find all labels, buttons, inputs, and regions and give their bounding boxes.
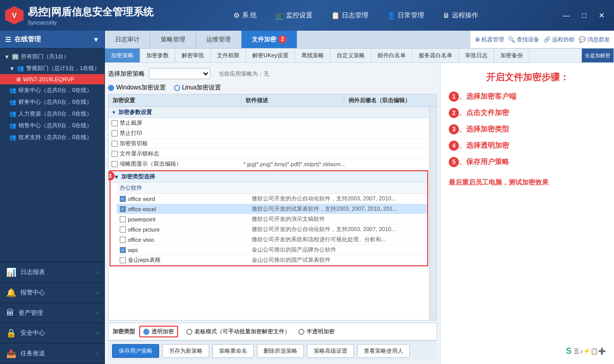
tree-finance-dept[interactable]: 👥 财务中心（总共0台，0在线） <box>0 96 104 108</box>
tab-log-audit[interactable]: 日志审计 <box>105 31 150 48</box>
instruction-step2: 2、点击文件加密 <box>449 108 606 118</box>
tree-police-dept[interactable]: ▼ 👥 警视部门（总计1台，1在线） <box>0 62 104 74</box>
nav-logs[interactable]: 📋 日志管理 <box>322 7 378 24</box>
rename-policy-btn[interactable]: 策略重命名 <box>212 344 254 358</box>
row-office-excel[interactable]: ✓ office excel 微软公司开发的试算表软件，支持2003, 2007… <box>117 204 427 214</box>
sidebar-expand[interactable]: ▼ <box>93 36 99 43</box>
office-sub-header: 办公软件 <box>117 183 427 194</box>
remote-assist-btn[interactable]: 🔗 远程协助 <box>543 36 575 43</box>
subtab-file-perms[interactable]: 文件权限 <box>211 49 246 62</box>
subtab-full-decrypt[interactable]: 全盘加解密 <box>582 49 614 62</box>
instruction-step4: 4、选择透明加密 <box>449 141 606 151</box>
subtab-encrypt-params[interactable]: 加密参数 <box>140 49 176 62</box>
computer2-icon: 🖥 <box>474 36 480 42</box>
group-icon: 👥 <box>17 65 24 72</box>
type-select-header[interactable]: ▼ 加密类型选择 <box>111 171 427 183</box>
tab-policy-mgmt[interactable]: 策略管理 <box>150 31 196 48</box>
close-button[interactable]: ✕ <box>595 9 609 21</box>
delete-policy-btn[interactable]: 删除所选策略 <box>257 344 304 358</box>
transparent-encrypt-option[interactable]: 透明加密 <box>139 326 178 337</box>
tab-file-encrypt[interactable]: 文件加密 2 <box>242 31 297 48</box>
windows-radio[interactable]: Windows加密设置 <box>108 83 166 92</box>
nav-monitor[interactable]: 📺 监控设置 <box>266 7 322 24</box>
save-user-policy-btn[interactable]: 保存用户策略 <box>112 344 159 358</box>
checkbox-visio[interactable] <box>120 237 126 243</box>
row-office-word[interactable]: ✓ office word 微软公司开发的办公自动化软件，支持2003, 200… <box>117 194 427 204</box>
tree-rd-dept[interactable]: 👥 研发中心（总共0台，0在线） <box>0 84 104 96</box>
nav-system[interactable]: ⚙ 系 统 <box>224 7 267 24</box>
row-encrypt-clipboard[interactable]: 加密剪切板 <box>108 139 429 149</box>
checkbox-excel[interactable]: ✓ <box>120 206 126 212</box>
tab-ops-mgmt[interactable]: 运维管理 <box>196 31 242 48</box>
subtab-audit-log[interactable]: 审批日志 <box>459 49 494 62</box>
row-wps-table[interactable]: 金山wps表格 金山公司推出的国产试算表软件 <box>117 255 427 265</box>
checkbox-wps[interactable]: ✓ <box>120 247 126 253</box>
tab-number-badge: 2 <box>278 35 287 43</box>
link-icon: 🔗 <box>543 36 551 43</box>
strategy-dropdown[interactable] <box>149 68 210 79</box>
maximize-button[interactable]: □ <box>578 9 590 21</box>
row-wps[interactable]: ✓ wps 金山公司推出的国产品牌办公软件 <box>117 245 427 255</box>
msg-broadcast-btn[interactable]: 💬 消息群发 <box>579 36 610 43</box>
subtab-encrypt-policy[interactable]: 加密策略 <box>105 49 140 62</box>
row-show-lock[interactable]: 文件显示锁标志 <box>108 149 429 159</box>
nav-daily[interactable]: 👤 日常管理 <box>378 7 433 24</box>
linux-radio-dot <box>174 85 180 91</box>
row-office-picture[interactable]: office picture 微软公司开发的办公自动化软件，支持2003, 20… <box>117 224 427 235</box>
save-as-new-policy-btn[interactable]: 另存为新策略 <box>162 344 209 358</box>
view-policy-users-btn[interactable]: 查看策略使用人 <box>357 344 410 358</box>
nav-items: ⚙ 系 统 📺 监控设置 📋 日志管理 👤 日常管理 🖥 远程操作 <box>154 7 559 24</box>
subtab-offline-policy[interactable]: 离线策略 <box>295 49 331 62</box>
tree-sales-dept[interactable]: 👥 销售中心（总共0台，0在线） <box>0 120 104 131</box>
row-thumbnail[interactable]: 缩略图显示（双击编辑） *.jpg|*.png|*.bmp|*.pdf|*.sl… <box>108 159 429 169</box>
boss-mode-option[interactable]: 老板模式（可手动批量加密解密文件） <box>186 328 290 335</box>
section-params-header[interactable]: ▼ 加密参数设置 <box>108 107 429 118</box>
checkbox-picture[interactable] <box>120 226 126 233</box>
sidebar-assets[interactable]: 🏛 资产管理 › <box>0 303 104 323</box>
subtab-email-whitelist[interactable]: 邮件白名单 <box>371 49 412 62</box>
tree-all-departments[interactable]: ▼ 🏢 所有部门（共1台） <box>0 51 104 62</box>
scrollbar[interactable] <box>429 107 436 320</box>
tree-hr-dept[interactable]: 👥 人力资源（总共0台，0在线） <box>0 108 104 120</box>
checkbox-ppt[interactable] <box>120 216 126 222</box>
checkbox-word[interactable]: ✓ <box>120 196 126 202</box>
left-main-panel: 选择加密策略 当前应用策略为：无 Windows加密设置 Linux加密设置 <box>105 63 440 364</box>
col-ext: 例外后缀名（双击编辑） <box>344 95 436 106</box>
tree-tech-dept[interactable]: 👥 技术支持（总共0台，0在线） <box>0 131 104 143</box>
checkbox-no-screenshot[interactable] <box>112 120 118 126</box>
tree-computer-item[interactable]: 🖥 WIN7-2019LEQRVP <box>0 74 104 84</box>
checkbox-thumbnail[interactable] <box>112 161 118 167</box>
extra-icons: 五♪⚡📋➕ <box>574 347 606 356</box>
checkbox-lock-icon[interactable] <box>112 151 118 157</box>
sidebar-task-push[interactable]: 📤 任务推送 › <box>0 344 104 364</box>
sidebar-alert[interactable]: 🔔 报警中心 › <box>0 283 104 303</box>
find-device-btn[interactable]: 🔍 查找设备 <box>508 36 539 43</box>
table-scroll-area[interactable]: ▼ 加密参数设置 禁止截屏 <box>108 107 429 320</box>
sidebar-log-report[interactable]: 📊 日志报表 › <box>0 262 104 283</box>
nav-remote[interactable]: 🖥 远程操作 <box>433 7 488 24</box>
subtab-server-whitelist[interactable]: 服务器白名单 <box>412 49 459 62</box>
linux-radio[interactable]: Linux加密设置 <box>174 83 222 92</box>
subtab-encrypt-backup[interactable]: 加密备份 <box>494 49 530 62</box>
step1-circle: 1 <box>449 92 459 102</box>
row-no-print[interactable]: 禁止打印 <box>108 128 429 139</box>
policy-advanced-btn[interactable]: 策略高级设置 <box>307 344 354 358</box>
subtab-custom-policy[interactable]: 自定义策略 <box>331 49 371 62</box>
logo-area: V 易控|网盾信息安全管理系统 Syncsecurity <box>5 5 154 26</box>
checkbox-wps-table[interactable] <box>120 257 126 263</box>
row-office-visio[interactable]: office visio 微软公司开发的系统和流程进行可视化处理、分析和... <box>117 235 427 245</box>
subtab-decrypt-review[interactable]: 解密审批 <box>176 49 211 62</box>
checkbox-clipboard[interactable] <box>112 141 118 147</box>
minimize-button[interactable]: — <box>559 9 574 21</box>
semi-transparent-option[interactable]: 半透明加密 <box>298 328 335 335</box>
row-no-screenshot[interactable]: 禁止截屏 <box>108 118 429 128</box>
row-powerpoint[interactable]: powerpoint 微软公司开发的演示文稿软件 <box>117 214 427 224</box>
sidebar-security[interactable]: 🔒 安全中心 › <box>0 323 104 344</box>
machine-mgmt-btn[interactable]: 🖥 机器管理 <box>474 36 504 43</box>
task-icon: 📤 <box>6 349 16 358</box>
office-sub-section: 办公软件 ✓ office word 微软公司开发的办公自动化软件，支持2003… <box>111 183 427 265</box>
checkbox-no-print[interactable] <box>112 130 118 136</box>
sub-tabs-bar: 加密策略 加密参数 解密审批 文件权限 解密UKey设置 离线策略 自定义策略 … <box>105 49 614 63</box>
subtab-decrypt-ukey[interactable]: 解密UKey设置 <box>246 49 295 62</box>
instruction-final: 最后重启员工电脑，测试加密效果 <box>449 177 606 188</box>
